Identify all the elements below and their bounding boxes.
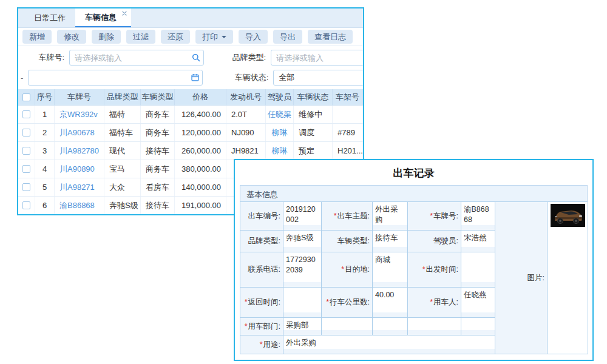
cell-brand: 福特 [104,106,141,123]
date-range-prefix: - [21,73,23,83]
edit-button[interactable]: 修改 [57,30,86,44]
tab-vehicle-info[interactable]: 车辆信息 [75,8,131,27]
brand-field[interactable]: 奔驰S级 [283,231,322,252]
plate-label: *车牌号: [408,202,461,231]
empty-field[interactable] [408,318,461,335]
add-button[interactable]: 新增 [22,30,52,44]
vtype-field[interactable]: 接待车 [373,231,408,252]
select-all-checkbox[interactable] [18,89,35,105]
department-field[interactable]: 采购部 [283,318,322,335]
purpose-field[interactable]: 外出采购 [283,335,495,354]
status-filter-select[interactable]: 全部 [273,70,364,86]
required-mark: * [245,322,248,331]
driver-field[interactable]: 宋浩然 [461,231,495,252]
tab-bar: 日常工作 车辆信息 [18,8,363,28]
cell-price: 120,000.00 [175,124,226,141]
cell-status: 调度 [294,124,333,141]
cell-seq: 1 [35,106,55,123]
cell-vtype: 商务车 [141,160,175,178]
depart-time-label: *出发时间: [408,252,461,288]
col-engine: 发动机号 [226,89,266,105]
purpose-label: *用途: [240,335,283,354]
filter-button[interactable]: 过滤 [126,30,155,44]
toolbar: 新增 修改 删除 过滤 还原 打印 导入 导出 查看日志 [18,28,363,46]
plate-link[interactable]: 川A98271 [55,178,104,196]
plate-link[interactable]: 川A982780 [55,142,104,160]
filter-row-1: 车牌号: 品牌类型: [18,49,363,66]
required-mark: * [430,212,433,221]
row-checkbox[interactable] [18,197,35,214]
required-mark: * [341,265,344,274]
cell-vtype: 看房车 [141,178,175,196]
cell-brand: 福特车 [104,124,141,141]
row-checkbox[interactable] [18,178,35,196]
user-field[interactable]: 任晓燕 [461,288,495,318]
required-mark: * [422,265,426,274]
export-button[interactable]: 导出 [273,30,302,44]
empty-field[interactable] [373,318,408,335]
driver-link[interactable]: 任晓渠 [266,106,294,123]
mileage-field[interactable]: 40.00 [373,288,408,318]
plate-filter-input[interactable] [69,50,204,66]
mileage-label: *行车公里数: [322,288,373,318]
row-checkbox[interactable] [18,124,35,141]
col-vtype: 车辆类型 [141,89,175,105]
print-button-label: 打印 [202,32,218,42]
date-filter-input[interactable] [28,70,203,86]
cell-status: 维修中 [294,106,333,123]
user-label: *用车人: [408,288,461,318]
checkbox-icon [22,110,30,118]
cell-brand: 宝马 [104,160,141,178]
cell-brand: 大众 [104,178,141,196]
cell-price: 140,000.00 [175,178,226,196]
plate-link[interactable]: 京WR392v [55,106,104,123]
plate-field[interactable]: 渝B86868 [461,202,495,231]
checkbox-icon [22,165,30,173]
tab-daily-work[interactable]: 日常工作 [24,8,75,27]
row-checkbox[interactable] [18,106,35,123]
cell-engine: NJ090 [226,124,266,141]
phone-field[interactable]: 17729302039 [283,252,322,288]
return-time-field[interactable] [283,288,322,318]
required-mark: * [430,298,433,307]
empty-field[interactable] [322,318,373,335]
table-row: 3 川A982780 现代 接待车 260,000.00 JH9821 柳琳 预… [18,142,363,160]
search-icon[interactable] [192,53,200,62]
cell-seq: 4 [35,160,55,178]
tab-vehicle-info-label: 车辆信息 [85,12,117,23]
col-plate: 车牌号 [55,89,104,105]
restore-button[interactable]: 还原 [161,30,190,44]
cell-frame: H201... [333,142,363,160]
brand-filter-input[interactable] [271,50,364,66]
plate-link[interactable]: 渝B86868 [55,197,104,214]
destination-field[interactable]: 商城 [373,252,408,288]
record-no-field[interactable]: 2019120002 [283,202,322,231]
delete-button[interactable]: 删除 [92,30,121,44]
calendar-icon[interactable] [191,73,199,81]
required-mark: * [260,340,263,349]
col-brand: 品牌类型 [104,89,141,105]
cell-engine: 2.0T [226,106,266,123]
driver-link[interactable]: 柳琳 [266,124,294,141]
required-mark: * [245,298,248,307]
cell-vtype: 商务车 [141,106,175,123]
plate-link[interactable]: 川A90678 [55,124,104,141]
checkbox-icon [22,93,30,101]
row-checkbox[interactable] [18,160,35,178]
print-button[interactable]: 打印 [195,30,233,44]
row-checkbox[interactable] [18,142,35,160]
empty-field[interactable] [461,318,495,335]
table-row: 2 川A90678 福特车 商务车 120,000.00 NJ090 柳琳 调度… [18,124,363,142]
subject-field[interactable]: 外出采购 [373,202,408,231]
photo-field[interactable] [548,202,588,354]
plate-filter-label: 车牌号: [18,52,64,63]
required-mark: * [334,212,337,221]
driver-link[interactable]: 柳琳 [266,142,294,160]
plate-link[interactable]: 川A90890 [55,160,104,178]
table-row: 1 京WR392v 福特 商务车 126,400.00 2.0T 任晓渠 维修中 [18,106,363,124]
record-no-label: 出车编号: [240,202,283,231]
import-button[interactable]: 导入 [239,30,268,44]
view-log-button[interactable]: 查看日志 [308,30,353,44]
close-icon[interactable] [122,11,127,16]
depart-time-field[interactable] [461,252,495,288]
